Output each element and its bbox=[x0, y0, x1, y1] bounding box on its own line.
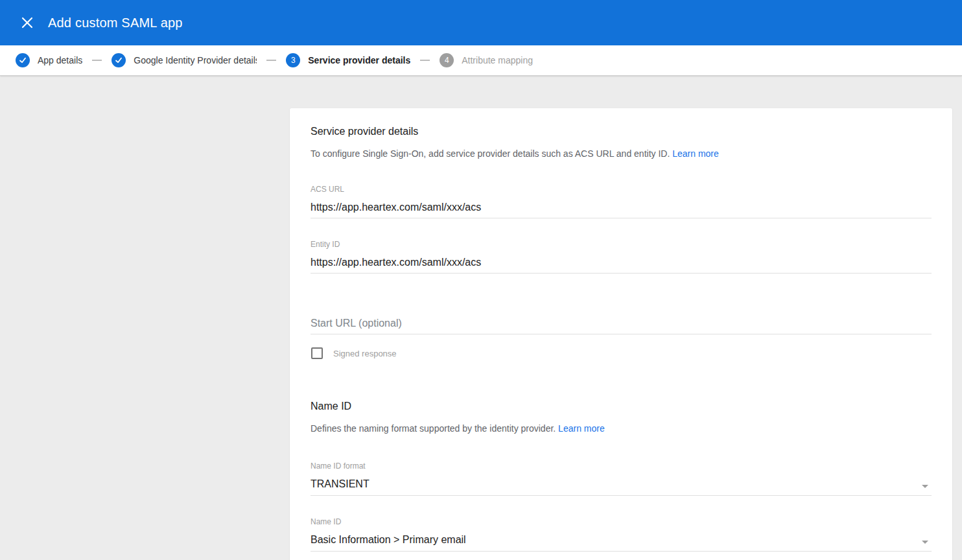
learn-more-link[interactable]: Learn more bbox=[558, 423, 605, 434]
step-completed-check-icon bbox=[111, 53, 126, 67]
start-url-field-group bbox=[311, 311, 932, 334]
name-id-format-label: Name ID format bbox=[311, 461, 932, 471]
acs-url-field-group: ACS URL bbox=[311, 185, 932, 218]
name-id-section: Name ID Defines the naming format suppor… bbox=[311, 401, 932, 552]
step-label: App details bbox=[38, 55, 82, 65]
dropdown-arrow-icon bbox=[922, 541, 928, 544]
step-service-provider-details[interactable]: 3 Service provider details bbox=[286, 53, 410, 67]
step-separator bbox=[92, 60, 102, 61]
step-attribute-mapping[interactable]: 4 Attribute mapping bbox=[440, 53, 533, 67]
step-label: Service provider details bbox=[308, 55, 410, 65]
name-id-format-field-group: Name ID format TRANSIENT bbox=[311, 461, 932, 496]
start-url-input[interactable] bbox=[311, 311, 932, 334]
step-label: Google Identity Provider details bbox=[134, 55, 257, 65]
step-separator bbox=[266, 60, 276, 61]
name-id-description-text: Defines the naming format supported by t… bbox=[311, 423, 556, 434]
step-number-badge: 4 bbox=[440, 53, 454, 67]
signed-response-row: Signed response bbox=[311, 347, 932, 359]
step-separator bbox=[420, 60, 430, 61]
step-label: Attribute mapping bbox=[462, 55, 533, 65]
section-title-name-id: Name ID bbox=[311, 401, 932, 412]
service-provider-card: Service provider details To configure Si… bbox=[290, 108, 952, 560]
content-area: Service provider details To configure Si… bbox=[0, 76, 962, 559]
name-id-select[interactable]: Basic Information > Primary email bbox=[311, 526, 932, 552]
acs-url-label: ACS URL bbox=[311, 185, 932, 194]
signed-response-label: Signed response bbox=[333, 349, 397, 358]
close-button[interactable] bbox=[16, 11, 39, 34]
name-id-label: Name ID bbox=[311, 517, 932, 526]
name-id-field-group: Name ID Basic Information > Primary emai… bbox=[311, 517, 932, 552]
name-id-format-select[interactable]: TRANSIENT bbox=[311, 471, 932, 496]
wizard-stepper: App details Google Identity Provider det… bbox=[0, 45, 962, 76]
dialog-header: Add custom SAML app bbox=[0, 0, 962, 45]
learn-more-link[interactable]: Learn more bbox=[672, 148, 719, 159]
step-completed-check-icon bbox=[16, 53, 30, 67]
close-icon bbox=[21, 16, 34, 29]
step-number-badge: 3 bbox=[286, 53, 300, 67]
acs-url-input[interactable] bbox=[311, 194, 932, 218]
name-id-description: Defines the naming format supported by t… bbox=[311, 423, 932, 434]
dialog-title: Add custom SAML app bbox=[48, 16, 183, 30]
section-description-text: To configure Single Sign-On, add service… bbox=[311, 148, 670, 159]
entity-id-field-group: Entity ID bbox=[311, 240, 932, 274]
section-title-service-provider: Service provider details bbox=[311, 126, 932, 137]
step-app-details[interactable]: App details bbox=[16, 53, 82, 67]
section-description: To configure Single Sign-On, add service… bbox=[311, 148, 932, 159]
step-google-idp-details[interactable]: Google Identity Provider details bbox=[111, 53, 257, 67]
dropdown-arrow-icon bbox=[922, 485, 928, 488]
entity-id-input[interactable] bbox=[311, 249, 932, 274]
signed-response-checkbox[interactable] bbox=[311, 347, 323, 359]
entity-id-label: Entity ID bbox=[311, 240, 932, 249]
